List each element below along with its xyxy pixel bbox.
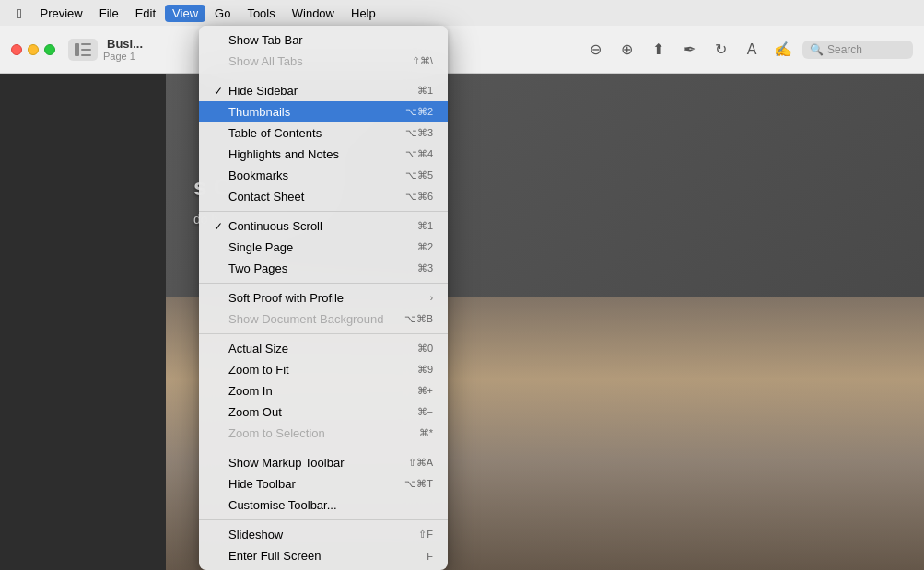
shortcut-thumbnails: ⌥⌘2 <box>405 106 433 118</box>
fullscreen-button[interactable] <box>44 44 55 55</box>
menu-item-enter-full-screen[interactable]: Enter Full Screen F <box>199 545 448 566</box>
separator-6 <box>199 519 448 520</box>
toolbar: Busi... Page 1 ⊖ ⊕ ⬆ ✒ ↻ A ✍ 🔍 Search <box>0 26 924 74</box>
label-two-pages: Two Pages <box>228 262 417 275</box>
shortcut-enter-full-screen: F <box>427 551 433 562</box>
label-show-markup-toolbar: Show Markup Toolbar <box>228 456 408 470</box>
view-dropdown-menu: Show Tab Bar Show All Tabs ⇧⌘\ ✓ Hide Si… <box>199 26 448 570</box>
menu-item-continuous-scroll[interactable]: ✓ Continuous Scroll ⌘1 <box>199 215 448 237</box>
shortcut-two-pages: ⌘3 <box>417 262 433 274</box>
label-actual-size: Actual Size <box>228 342 417 355</box>
label-bookmarks: Bookmarks <box>228 169 405 182</box>
label-highlights-notes: Highlights and Notes <box>228 147 405 161</box>
shortcut-zoom-out: ⌘− <box>417 406 433 418</box>
separator-4 <box>199 333 448 334</box>
shortcut-highlights-notes: ⌥⌘4 <box>405 148 433 160</box>
menu-item-two-pages[interactable]: Two Pages ⌘3 <box>199 258 448 279</box>
label-contact-sheet: Contact Sheet <box>228 190 405 204</box>
menu-item-customise-toolbar[interactable]: Customise Toolbar... <box>199 494 448 516</box>
svg-rect-2 <box>81 49 91 51</box>
menu-item-hide-sidebar[interactable]: ✓ Hide Sidebar ⌘1 <box>199 80 448 101</box>
toolbar-title-group: Busi... Page 1 <box>103 37 143 62</box>
shortcut-actual-size: ⌘0 <box>417 343 433 355</box>
menubar-preview[interactable]: Preview <box>32 5 89 22</box>
menu-item-show-tab-bar[interactable]: Show Tab Bar <box>199 29 448 51</box>
label-zoom-in: Zoom In <box>228 384 417 398</box>
menu-item-show-all-tabs[interactable]: Show All Tabs ⇧⌘\ <box>199 51 448 72</box>
apple-menu[interactable]:  <box>7 6 30 21</box>
shortcut-table-of-contents: ⌥⌘3 <box>405 127 433 139</box>
label-hide-sidebar: Hide Sidebar <box>228 84 417 98</box>
arrow-soft-proof: › <box>430 293 433 303</box>
separator-1 <box>199 76 448 76</box>
menu-item-zoom-to-fit[interactable]: Zoom to Fit ⌘9 <box>199 359 448 380</box>
shortcut-show-markup-toolbar: ⇧⌘A <box>408 457 433 469</box>
menu-item-single-page[interactable]: Single Page ⌘2 <box>199 237 448 258</box>
minimize-button[interactable] <box>28 44 39 55</box>
menubar:  Preview File Edit View Go Tools Window… <box>0 0 924 26</box>
label-zoom-to-fit: Zoom to Fit <box>228 363 417 377</box>
menu-item-hide-toolbar[interactable]: Hide Toolbar ⌥⌘T <box>199 473 448 494</box>
label-single-page: Single Page <box>228 240 417 254</box>
label-zoom-out: Zoom Out <box>228 405 417 419</box>
shortcut-hide-sidebar: ⌘1 <box>417 85 433 97</box>
shortcut-single-page: ⌘2 <box>417 241 433 253</box>
label-zoom-to-selection: Zoom to Selection <box>228 426 419 440</box>
label-show-tab-bar: Show Tab Bar <box>228 33 433 47</box>
rotate-icon[interactable]: ↻ <box>708 38 732 62</box>
label-enter-full-screen: Enter Full Screen <box>228 549 427 563</box>
menubar-view[interactable]: View <box>165 5 205 22</box>
menu-item-contact-sheet[interactable]: Contact Sheet ⌥⌘6 <box>199 186 448 207</box>
menubar-edit[interactable]: Edit <box>128 5 163 22</box>
menu-item-soft-proof[interactable]: Soft Proof with Profile › <box>199 287 448 308</box>
separator-2 <box>199 211 448 212</box>
menu-item-thumbnails[interactable]: Thumbnails ⌥⌘2 <box>199 101 448 122</box>
menubar-help[interactable]: Help <box>344 5 383 22</box>
menubar-tools[interactable]: Tools <box>240 5 282 22</box>
check-hide-sidebar: ✓ <box>214 85 228 98</box>
annotate-icon[interactable]: A <box>740 38 764 62</box>
shortcut-zoom-to-selection: ⌘* <box>419 427 433 439</box>
menu-item-slideshow[interactable]: Slideshow ⇧F <box>199 524 448 545</box>
traffic-lights <box>11 44 55 55</box>
search-box[interactable]: 🔍 Search <box>802 41 913 59</box>
content-area: s Conduct do business <box>0 74 924 570</box>
document-subtitle: Page 1 <box>103 51 143 62</box>
svg-rect-3 <box>81 54 91 56</box>
signature-icon[interactable]: ✍ <box>771 38 795 62</box>
pen-icon[interactable]: ✒ <box>677 38 701 62</box>
zoom-in-icon[interactable]: ⊕ <box>614 38 638 62</box>
check-continuous-scroll: ✓ <box>214 220 228 233</box>
shortcut-contact-sheet: ⌥⌘6 <box>405 191 433 203</box>
menu-item-show-doc-bg[interactable]: Show Document Background ⌥⌘B <box>199 308 448 330</box>
sidebar <box>0 74 166 570</box>
search-label: Search <box>827 43 862 56</box>
menu-item-table-of-contents[interactable]: Table of Contents ⌥⌘3 <box>199 122 448 144</box>
sidebar-toggle-button[interactable] <box>68 39 98 61</box>
menubar-window[interactable]: Window <box>285 5 342 22</box>
shortcut-show-doc-bg: ⌥⌘B <box>404 313 433 325</box>
svg-rect-0 <box>75 43 79 56</box>
menu-item-zoom-to-selection[interactable]: Zoom to Selection ⌘* <box>199 423 448 444</box>
separator-3 <box>199 283 448 284</box>
menu-item-actual-size[interactable]: Actual Size ⌘0 <box>199 338 448 359</box>
close-button[interactable] <box>11 44 22 55</box>
label-table-of-contents: Table of Contents <box>228 126 405 140</box>
shortcut-zoom-in: ⌘+ <box>417 385 433 397</box>
menubar-go[interactable]: Go <box>207 5 238 22</box>
share-icon[interactable]: ⬆ <box>646 38 670 62</box>
menu-item-zoom-in[interactable]: Zoom In ⌘+ <box>199 380 448 401</box>
label-slideshow: Slideshow <box>228 528 418 541</box>
svg-rect-1 <box>81 43 91 45</box>
menubar-file[interactable]: File <box>92 5 126 22</box>
label-show-doc-bg: Show Document Background <box>228 312 404 326</box>
document-title: Busi... <box>107 37 143 51</box>
menu-item-highlights-notes[interactable]: Highlights and Notes ⌥⌘4 <box>199 144 448 165</box>
menu-item-bookmarks[interactable]: Bookmarks ⌥⌘5 <box>199 165 448 186</box>
zoom-out-icon[interactable]: ⊖ <box>583 38 607 62</box>
menu-item-zoom-out[interactable]: Zoom Out ⌘− <box>199 401 448 423</box>
menu-item-show-markup-toolbar[interactable]: Show Markup Toolbar ⇧⌘A <box>199 452 448 473</box>
shortcut-hide-toolbar: ⌥⌘T <box>404 478 433 490</box>
shortcut-slideshow: ⇧F <box>418 529 433 541</box>
shortcut-zoom-to-fit: ⌘9 <box>417 364 433 376</box>
